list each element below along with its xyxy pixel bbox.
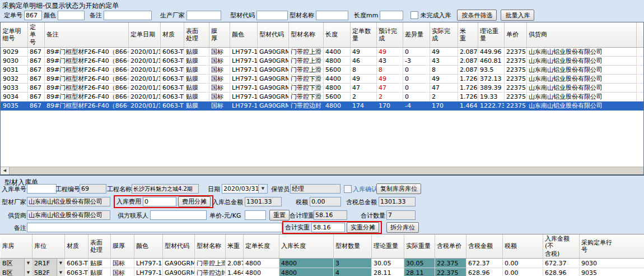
actual-weight-input[interactable] — [311, 223, 345, 232]
grid-row-selected[interactable]: 903586789#门框型材F26-F40（866+867）2020/01/13… — [1, 102, 644, 111]
combo-cell[interactable]: B区▼ — [1, 268, 32, 276]
grid-cell[interactable]: 2020/01/13 — [129, 57, 161, 66]
col-header[interactable]: 理论重 量 — [478, 22, 505, 48]
grid-cell[interactable]: 2 — [430, 93, 458, 102]
grid-cell[interactable]: 22.375 — [435, 268, 466, 276]
grid-cell[interactable]: 5600 — [324, 66, 351, 75]
grid-cell[interactable]: 门带腔上滑 — [289, 66, 324, 75]
grid-cell[interactable]: 国标 — [209, 102, 230, 111]
grid-cell[interactable]: 1.726 — [458, 75, 478, 84]
grid-cell[interactable]: 门带腔边封 — [195, 268, 226, 276]
grid-cell[interactable]: 国标 — [209, 66, 230, 75]
grid-cell[interactable]: GA90GRM04 — [258, 93, 289, 102]
grid-cell[interactable] — [637, 93, 644, 102]
col-header[interactable]: 表面 处理 — [184, 22, 209, 48]
grid-cell[interactable]: LH797-1LL0 — [134, 268, 163, 276]
grid-cell[interactable]: 4800 — [244, 259, 279, 268]
grid-cell[interactable]: 89#门框型材F26-F40（866+867） — [45, 84, 129, 93]
grid-cell[interactable]: 170 — [430, 102, 458, 111]
col-header[interactable]: 实际完 成 — [430, 22, 458, 48]
grid-cell[interactable]: 89#门框型材F26-F40（866+867） — [45, 102, 129, 111]
col-header[interactable]: 颜色 — [230, 22, 258, 48]
horizontal-scrollbar[interactable]: ◀ — [1, 167, 643, 174]
combo-cell[interactable]: B区▼ — [1, 259, 32, 268]
col-header[interactable]: 实际重量 — [404, 234, 435, 259]
grid-cell[interactable]: 49 — [430, 75, 458, 84]
col-header[interactable]: 预计完 成 — [377, 22, 403, 48]
weight-allocate-button[interactable]: 实重分摊 — [347, 222, 379, 233]
grid-cell[interactable]: 6063-T5 — [161, 75, 184, 84]
grid-row[interactable]: 903486789#门框型材F26-F40（866+867）2020/01/13… — [1, 93, 644, 102]
grid-cell[interactable]: 174 — [351, 102, 377, 111]
note-input[interactable] — [27, 223, 282, 232]
manufacturer-input[interactable] — [186, 11, 221, 20]
col-header[interactable] — [637, 22, 644, 48]
col-header[interactable]: 含税单价 — [435, 234, 466, 259]
grid-cell[interactable]: 47 — [377, 84, 403, 93]
grid-cell[interactable]: 2.087 — [458, 57, 478, 66]
dropdown-arrow-icon[interactable]: ▼ — [57, 268, 64, 276]
grid-cell[interactable]: 国标 — [111, 268, 134, 276]
grid-cell[interactable]: 9033 — [1, 84, 28, 93]
grid-cell[interactable]: 国标 — [209, 75, 230, 84]
grid-cell[interactable]: 49 — [430, 48, 458, 57]
grid-cell[interactable]: 89#门框型材F26-F40（866+867） — [45, 57, 129, 66]
grid-cell[interactable]: GA90GRM03 — [258, 48, 289, 57]
grid-cell[interactable]: 贴膜 — [184, 57, 209, 66]
grid-cell[interactable]: 22375 — [505, 48, 527, 57]
grid-cell[interactable]: -3 — [403, 57, 430, 66]
grid-cell[interactable]: 9032 — [1, 75, 28, 84]
grid-cell[interactable]: 867 — [28, 84, 45, 93]
confirm-checkbox[interactable] — [344, 185, 352, 193]
grid-cell[interactable]: 门带腔上滑 — [289, 57, 324, 66]
grid-cell[interactable]: 170 — [377, 102, 403, 111]
grid-cell[interactable]: 门带腔上滑 — [195, 259, 226, 268]
grid-cell[interactable]: 6063-T5 — [161, 66, 184, 75]
grid-cell[interactable]: 8 — [377, 66, 403, 75]
grid-cell[interactable]: 867 — [28, 48, 45, 57]
grid-cell[interactable]: 贴膜 — [88, 268, 111, 276]
grid-cell[interactable]: 2020/01/13 — [129, 93, 161, 102]
grid-cell[interactable]: 28.11 — [404, 268, 435, 276]
grid-cell[interactable]: 6063-T5 — [65, 268, 88, 276]
grid-cell[interactable]: 国标 — [209, 93, 230, 102]
grid-cell[interactable]: 9035 — [580, 268, 644, 276]
grid-cell[interactable]: 89#门框型材F26-F40（866+867） — [45, 75, 129, 84]
grid-cell[interactable]: 46 — [351, 57, 377, 66]
grid-cell[interactable]: 0.00 — [503, 259, 543, 268]
grid-cell[interactable]: 山东南山铝业股份有限公司 — [527, 84, 637, 93]
grid-cell[interactable]: 43 — [430, 57, 458, 66]
grid-cell[interactable]: 2020/01/13 — [129, 102, 161, 111]
grid-cell[interactable]: 4400 — [324, 48, 351, 57]
col-header[interactable]: 定单日期 — [129, 22, 161, 48]
col-header[interactable]: 差异量 — [403, 22, 430, 48]
col-header[interactable]: 定单长度 — [244, 234, 279, 259]
grid-cell[interactable]: 2.087 — [458, 66, 478, 75]
col-header[interactable]: 型材数量 — [334, 234, 372, 259]
col-header[interactable]: 材质 — [161, 22, 184, 48]
grid-cell[interactable]: 门带腔下滑 — [289, 84, 324, 93]
col-header[interactable]: 定 单 号 — [28, 22, 45, 48]
grid-cell[interactable]: LH797-1LL0 — [230, 93, 258, 102]
col-header[interactable]: 定单数 量 — [351, 22, 377, 48]
grid-cell[interactable]: 山东南山铝业股份有限公司 — [527, 57, 637, 66]
grid-cell[interactable]: 49 — [377, 48, 403, 57]
grid-cell[interactable]: 867 — [28, 75, 45, 84]
grid-cell[interactable]: 1.726 — [458, 93, 478, 102]
grid-cell[interactable]: 2020/01/13 — [129, 75, 161, 84]
col-header[interactable]: 采购定单行 号 — [580, 234, 644, 259]
col-header[interactable]: 膜 厚 — [209, 22, 230, 48]
grid-cell[interactable]: 国标 — [209, 57, 230, 66]
col-header[interactable]: 定单明 细号 — [1, 22, 28, 48]
grid-cell[interactable]: 5600 — [324, 93, 351, 102]
grid-cell[interactable]: 6063-T5 — [161, 57, 184, 66]
grid-cell[interactable]: 8 — [430, 66, 458, 75]
combo-select[interactable]: 5B2F▼ — [32, 268, 64, 276]
grid-cell[interactable]: LH797-1LL0 — [230, 66, 258, 75]
grid-cell[interactable]: 22375 — [505, 75, 527, 84]
col-header[interactable]: 库房 — [1, 234, 32, 259]
grid-cell[interactable]: 449.96 — [478, 48, 505, 57]
grid-cell[interactable]: 28.11 — [372, 268, 404, 276]
grid-cell[interactable]: 89#门框型材F26-F40（866+867） — [45, 66, 129, 75]
grid-cell[interactable]: 8 — [351, 66, 377, 75]
